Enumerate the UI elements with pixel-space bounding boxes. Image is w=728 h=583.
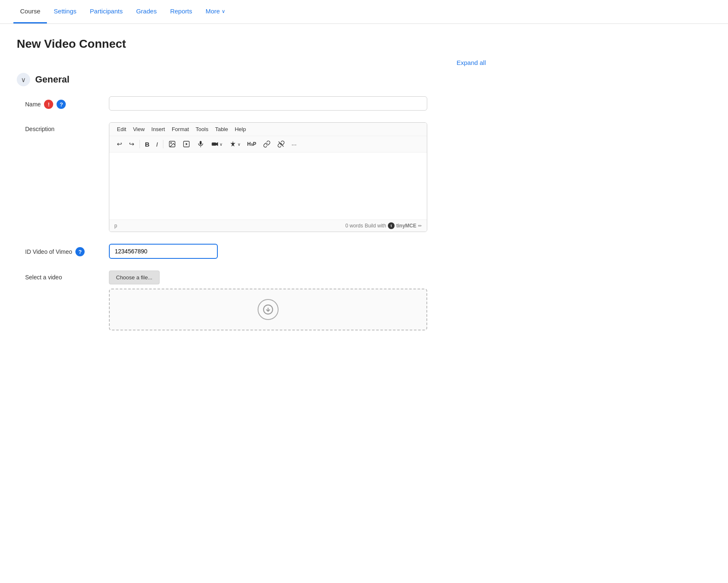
more-toolbar-button[interactable]: ··· [289,139,299,150]
select-video-field: Choose a file... [109,271,486,330]
tinymce-edit-icon: ✏ [418,223,422,229]
id-video-input[interactable] [109,244,218,259]
id-video-field-row: ID Video of Vimeo ? [17,244,486,259]
name-help-icon[interactable]: ? [57,100,66,109]
description-editor-wrapper: Edit View Insert Format Tools Table Help… [109,122,486,232]
name-error-icon: ! [44,100,53,109]
italic-button[interactable]: I [154,139,160,150]
nav-item-grades[interactable]: Grades [129,0,163,23]
nav-item-course[interactable]: Course [13,0,47,23]
chevron-down-icon: ∨ [21,76,26,84]
record-audio-button[interactable] [194,139,207,150]
editor-content-area[interactable] [109,152,427,219]
svg-rect-6 [212,142,217,146]
nav-item-settings[interactable]: Settings [47,0,83,23]
svg-point-1 [170,142,171,143]
editor-menubar: Edit View Insert Format Tools Table Help [109,123,427,136]
nav-bar: Course Settings Participants Grades Repo… [0,0,728,24]
h5p-button[interactable]: H₅P [245,139,259,149]
collapse-general-button[interactable]: ∨ [17,73,30,86]
word-count: 0 words [346,223,363,229]
insert-link-button[interactable] [261,139,273,150]
build-label: Build with [365,223,386,229]
tinymce-name: tinyMCE [396,223,416,229]
remove-link-button[interactable] [275,139,287,150]
name-field [109,96,486,111]
name-field-row: Name ! ? [17,96,486,111]
svg-marker-8 [230,141,235,147]
id-video-field [109,244,486,259]
expand-all-row: Expand all [17,59,486,66]
insert-image-button[interactable] [166,139,178,150]
editor-menu-tools[interactable]: Tools [193,125,211,133]
undo-button[interactable]: ↩ [114,139,125,150]
ai-button[interactable]: ∨ [227,139,243,150]
tinymce-brand: 0 words Build with t tinyMCE ✏ [346,222,422,229]
svg-marker-7 [216,142,218,146]
tinymce-editor: Edit View Insert Format Tools Table Help… [109,122,427,232]
id-video-label: ID Video of Vimeo ? [25,244,109,256]
expand-all-button[interactable]: Expand all [457,59,486,66]
editor-menu-edit[interactable]: Edit [114,125,129,133]
nav-item-participants[interactable]: Participants [83,0,129,23]
nav-item-reports[interactable]: Reports [163,0,199,23]
svg-line-9 [279,142,284,147]
nav-item-more[interactable]: More ∨ [199,0,232,23]
select-video-label: Select a video [25,271,109,281]
page-title: New Video Connect [17,37,486,51]
insert-media-button[interactable]: ∨ [209,139,225,150]
editor-tag: p [114,223,117,229]
editor-footer: p 0 words Build with t tinyMCE ✏ [109,219,427,232]
general-section-header: ∨ General [17,73,486,86]
media-dropdown-arrow: ∨ [219,142,222,147]
toolbar-separator-2 [163,140,163,148]
insert-video-button[interactable] [180,139,193,150]
name-input[interactable] [109,96,427,111]
ai-dropdown-arrow: ∨ [238,142,240,147]
editor-menu-help[interactable]: Help [232,125,248,133]
file-drop-zone[interactable] [109,289,427,330]
editor-menu-insert[interactable]: Insert [149,125,168,133]
description-label: Description [25,122,109,132]
select-video-field-row: Select a video Choose a file... [17,271,486,330]
editor-menu-view[interactable]: View [130,125,147,133]
bold-button[interactable]: B [142,139,152,150]
choose-file-button[interactable]: Choose a file... [109,271,160,284]
chevron-down-icon: ∨ [222,8,225,14]
toolbar-separator-1 [139,140,140,148]
general-section-title: General [35,74,70,85]
tinymce-logo: t [388,222,395,229]
name-label: Name ! ? [25,96,109,109]
editor-menu-table[interactable]: Table [212,125,230,133]
editor-menu-format[interactable]: Format [169,125,191,133]
id-video-help-icon[interactable]: ? [75,247,85,256]
description-field-row: Description Edit View Insert Format Tool… [17,122,486,232]
editor-toolbar: ↩ ↪ B I [109,136,427,152]
download-icon [258,299,279,320]
redo-button[interactable]: ↪ [126,139,137,150]
svg-marker-3 [186,143,188,145]
svg-rect-4 [200,141,202,145]
